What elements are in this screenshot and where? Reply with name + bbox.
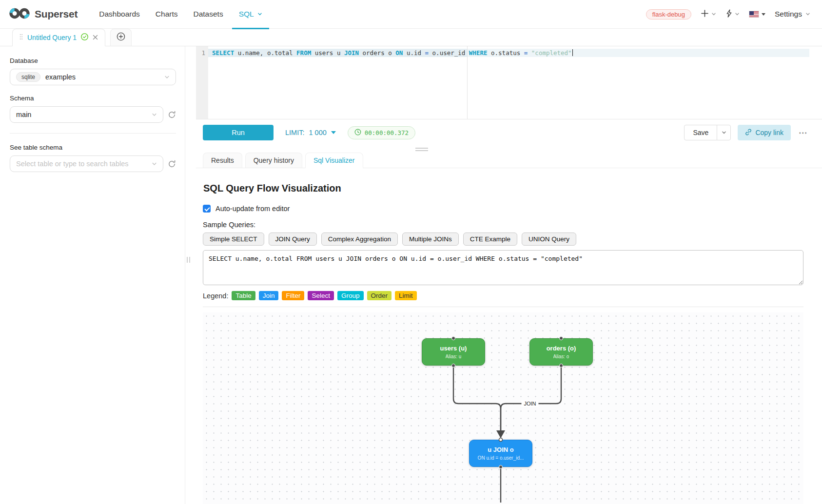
database-select[interactable]: sqlite examples: [10, 69, 176, 85]
sql-token: SELECT: [212, 49, 234, 57]
query-tab-untitled-query-1[interactable]: Untitled Query 1: [12, 29, 105, 46]
copy-link-label: Copy link: [755, 129, 783, 136]
splitter-grip-icon: [187, 257, 190, 263]
sidebar-resize-splitter[interactable]: [185, 46, 196, 504]
drag-handle-icon: [20, 33, 23, 42]
tab-query-history[interactable]: Query history: [245, 153, 302, 168]
top-navbar: Superset DashboardsChartsDatasetsSQL fla…: [0, 0, 822, 29]
flow-node-subtitle: Alias: o: [553, 354, 569, 359]
sql-token: o.user_id: [429, 49, 469, 57]
more-options-button[interactable]: ⋯: [799, 128, 807, 138]
auto-update-checkbox[interactable]: [203, 205, 211, 213]
environment-badge: flask-debug: [646, 9, 691, 19]
sample-query-button-join-query[interactable]: JOIN Query: [269, 233, 317, 246]
text-cursor: [572, 49, 573, 56]
query-timer-badge: 00:00:00.372: [348, 126, 415, 139]
run-button[interactable]: Run: [203, 125, 274, 140]
chevron-down-icon: [711, 12, 716, 17]
nav-item-datasets[interactable]: Datasets: [186, 0, 231, 29]
tab-results[interactable]: Results: [203, 153, 242, 168]
editor-gutter: 1: [196, 46, 208, 119]
editor-toolbar: Run LIMIT: 1 000 00:00:00.372 Save: [196, 119, 822, 146]
chevron-down-icon: [152, 112, 157, 117]
close-icon[interactable]: [93, 33, 98, 42]
flow-node-orders[interactable]: orders (o)Alias: o: [529, 338, 593, 366]
sql-editor[interactable]: 1 SELECT u.name, o.total FROM users u JO…: [196, 46, 822, 119]
nav-item-charts[interactable]: Charts: [148, 0, 186, 29]
legend-chip-limit: Limit: [395, 291, 417, 300]
sample-query-button-union-query[interactable]: UNION Query: [522, 233, 576, 246]
save-split-button: Save: [684, 125, 731, 140]
sample-query-button-multiple-joins[interactable]: Multiple JOINs: [402, 233, 459, 246]
main-nav: DashboardsChartsDatasetsSQL: [91, 0, 270, 29]
database-select-value: examples: [45, 73, 76, 81]
chevron-down-icon: [257, 12, 262, 17]
limit-dropdown[interactable]: LIMIT: 1 000: [285, 129, 336, 136]
language-picker[interactable]: [749, 11, 765, 18]
sqllab-sidebar: Database sqlite examples Schema main: [0, 46, 185, 504]
sql-token: u.name, o.total: [234, 49, 296, 57]
flow-node-title: orders (o): [547, 345, 576, 352]
plus-icon: [701, 9, 709, 19]
active-queries-menu[interactable]: [725, 9, 740, 19]
query-tabstrip: Untitled Query 1: [0, 29, 822, 46]
legend-chips: TableJoinFilterSelectGroupOrderLimit: [232, 291, 416, 300]
sql-token: FROM: [296, 49, 311, 57]
flow-canvas[interactable]: users (u)Alias: uorders (o)Alias: ou JOI…: [203, 312, 803, 504]
legend-chip-order: Order: [367, 291, 392, 300]
nav-item-sql[interactable]: SQL: [231, 0, 270, 29]
chevron-down-icon: [735, 12, 740, 17]
query-input[interactable]: SELECT u.name, o.total FROM users u JOIN…: [203, 250, 803, 285]
sample-query-buttons: Simple SELECTJOIN QueryComplex Aggregati…: [203, 233, 803, 246]
tab-sql-visualizer[interactable]: Sql Visualizer: [305, 153, 363, 168]
schema-label: Schema: [10, 95, 176, 102]
copy-link-button[interactable]: Copy link: [738, 125, 791, 140]
flow-edges: [203, 312, 803, 503]
sample-queries-label: Sample Queries:: [203, 221, 803, 229]
superset-logo-icon: [9, 7, 30, 22]
sample-query-button-cte-example[interactable]: CTE Example: [463, 233, 517, 246]
sample-query-button-simple-select[interactable]: Simple SELECT: [203, 233, 264, 246]
table-select[interactable]: Select table or type to search tables: [10, 155, 163, 172]
schema-field: Schema main: [10, 95, 176, 123]
sql-code-line: SELECT u.name, o.total FROM users u JOIN…: [212, 49, 573, 57]
legend-label: Legend:: [203, 292, 228, 300]
refresh-schemas-icon[interactable]: [168, 111, 176, 119]
sql-token: [528, 49, 531, 57]
clock-icon: [354, 129, 361, 137]
brand-title: Superset: [35, 8, 78, 20]
sqllab-main: 1 SELECT u.name, o.total FROM users u JO…: [196, 46, 822, 504]
table-schema-field: See table schema Select table or type to…: [10, 144, 176, 172]
save-options-button[interactable]: [717, 125, 731, 140]
editor-print-margin: [467, 46, 468, 119]
schema-select[interactable]: main: [10, 106, 163, 123]
link-icon: [745, 129, 752, 137]
edge-label-join: JOIN: [521, 400, 538, 407]
add-tab-button[interactable]: [110, 29, 132, 46]
page-title: SQL Query Flow Visualization: [203, 183, 803, 194]
settings-menu[interactable]: Settings: [775, 10, 810, 19]
sample-query-button-complex-aggregation[interactable]: Complex Aggregation: [321, 233, 398, 246]
caret-down-icon: [331, 131, 336, 134]
panel-drag-handle[interactable]: [415, 148, 428, 151]
nav-item-dashboards[interactable]: Dashboards: [91, 0, 148, 29]
legend-chip-group: Group: [337, 291, 364, 300]
sql-token: u.id: [403, 49, 425, 57]
database-field: Database sqlite examples: [10, 57, 176, 85]
superset-home-link[interactable]: Superset: [9, 7, 78, 22]
legend-chip-table: Table: [232, 291, 255, 300]
schema-select-value: main: [16, 111, 31, 118]
new-item-menu[interactable]: [701, 9, 716, 19]
flow-node-users[interactable]: users (u)Alias: u: [422, 338, 485, 366]
sidebar-divider: [10, 133, 176, 134]
sql-token: "completed": [531, 49, 572, 57]
flow-node-join[interactable]: u JOIN oON u.id = o.user_id...: [469, 440, 532, 467]
refresh-tables-icon[interactable]: [168, 160, 176, 168]
sql-token: WHERE: [469, 49, 488, 57]
flow-node-subtitle: ON u.id = o.user_id...: [478, 455, 524, 461]
database-label: Database: [10, 57, 176, 64]
legend-chip-filter: Filter: [282, 291, 304, 300]
add-circle-icon: [117, 32, 125, 43]
flow-node-title: u JOIN o: [488, 446, 513, 453]
save-button[interactable]: Save: [684, 125, 717, 140]
